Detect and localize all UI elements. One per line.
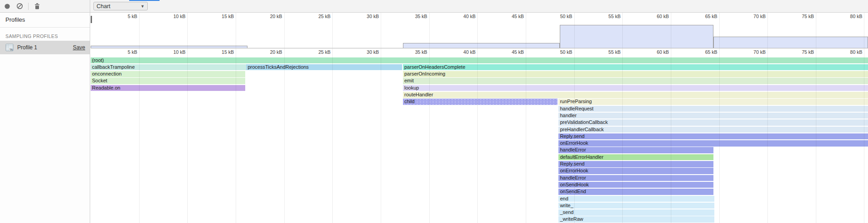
- ruler-tick-label: 15 kB: [202, 14, 234, 19]
- gridline: [332, 56, 333, 223]
- overview-range-handle[interactable]: [91, 16, 92, 23]
- flame-bar[interactable]: routeHandler: [403, 92, 868, 98]
- gridline: [236, 56, 236, 223]
- gridline: [671, 13, 671, 48]
- flame-bar[interactable]: processTicksAndRejections: [246, 64, 402, 71]
- flame-bar[interactable]: preValidationCallback: [558, 119, 868, 126]
- ruler-tick-label: 45 kB: [492, 48, 524, 56]
- flame-bar[interactable]: Socket: [91, 78, 245, 84]
- flame-bar[interactable]: Readable.on: [91, 85, 245, 91]
- gridline: [719, 56, 720, 223]
- view-mode-value: Chart: [97, 3, 141, 9]
- memory-overview-pane[interactable]: 5 kB10 kB15 kB20 kB25 kB30 kB35 kB40 kB4…: [91, 13, 868, 48]
- gridline: [429, 56, 430, 223]
- gridline: [332, 48, 333, 56]
- gridline: [284, 13, 285, 48]
- delete-profile-button[interactable]: [34, 3, 41, 10]
- ruler-tick-label: 75 kB: [782, 48, 814, 56]
- gridline: [381, 56, 381, 223]
- flame-bar[interactable]: _writeRaw: [558, 216, 714, 223]
- gridline: [767, 56, 768, 223]
- gridline: [284, 56, 285, 223]
- gridline: [526, 13, 526, 48]
- flame-bar[interactable]: defaultErrorHandler: [558, 154, 713, 161]
- active-tab-indicator: [129, 0, 160, 1]
- flame-bar[interactable]: end: [558, 196, 714, 202]
- toolbar-left-section: [0, 0, 90, 12]
- ruler-tick-label: 10 kB: [154, 14, 185, 19]
- flame-bar[interactable]: runPreParsing: [558, 99, 868, 105]
- ruler-tick-label: 50 kB: [541, 14, 572, 19]
- ruler-tick-label: 20 kB: [251, 48, 282, 56]
- record-icon: [4, 3, 10, 9]
- flame-bar[interactable]: handleError: [558, 147, 713, 153]
- gridline: [671, 48, 671, 56]
- gridline: [574, 13, 575, 48]
- gridline: [477, 13, 478, 48]
- record-button[interactable]: [4, 3, 11, 10]
- gridline: [332, 13, 333, 48]
- flame-bar[interactable]: onconnection: [91, 71, 245, 77]
- gridline: [139, 13, 140, 48]
- ruler-tick-label: 60 kB: [637, 48, 669, 56]
- gridline: [622, 13, 623, 48]
- toolbar: Chart ▼: [0, 0, 868, 13]
- flame-bar[interactable]: parserOnIncoming: [403, 71, 868, 77]
- flame-bar[interactable]: _send: [558, 209, 714, 216]
- ruler-tick-label: 65 kB: [686, 48, 718, 56]
- flame-bar[interactable]: write_: [558, 203, 714, 209]
- view-mode-dropdown[interactable]: Chart ▼: [93, 2, 148, 10]
- ruler-tick-label: 40 kB: [444, 14, 475, 19]
- flame-bar[interactable]: onErrorHook: [558, 140, 868, 147]
- ruler-tick-label: 70 kB: [734, 14, 766, 19]
- ruler-tick-label: 30 kB: [347, 48, 379, 56]
- ruler-tick-label: 25 kB: [299, 14, 330, 19]
- flame-bar[interactable]: (root): [91, 57, 868, 64]
- flame-chart: (root)callbackTrampolineprocessTicksAndR…: [91, 56, 868, 223]
- flame-bar[interactable]: lookup: [403, 85, 868, 91]
- chevron-down-icon: ▼: [141, 4, 145, 9]
- clear-profiles-button[interactable]: [16, 3, 23, 10]
- flame-bar[interactable]: child: [403, 99, 558, 105]
- gridline: [187, 56, 188, 223]
- ruler-tick-label: 75 kB: [782, 14, 814, 19]
- ruler-tick-label: 55 kB: [589, 48, 621, 56]
- gridline: [187, 48, 188, 56]
- gridline: [381, 48, 381, 56]
- gridline: [139, 48, 140, 56]
- flame-bar[interactable]: Reply.send: [558, 161, 713, 167]
- flame-bar[interactable]: onErrorHook: [558, 168, 713, 174]
- gridline: [719, 48, 720, 56]
- overview-usage-segment: [91, 46, 247, 48]
- gridline: [767, 48, 768, 56]
- gridline: [719, 13, 720, 48]
- overview-usage-segment: [403, 43, 560, 48]
- flame-chart-ruler: 5 kB10 kB15 kB20 kB25 kB30 kB35 kB40 kB4…: [91, 48, 868, 56]
- flame-bar[interactable]: parserOnHeadersComplete: [403, 64, 868, 71]
- toolbar-main-section: Chart ▼: [91, 0, 868, 12]
- flame-bar[interactable]: emit: [403, 78, 868, 84]
- flame-bar[interactable]: handleError: [558, 175, 713, 181]
- flame-bar[interactable]: callbackTrampoline: [91, 64, 246, 71]
- flame-bar[interactable]: preHandlerCallback: [558, 127, 868, 133]
- flame-bar[interactable]: handler: [558, 113, 868, 119]
- gridline: [526, 56, 526, 223]
- ruler-tick-label: 60 kB: [637, 14, 669, 19]
- overview-usage-segment: [560, 25, 713, 48]
- ruler-tick-label: 25 kB: [299, 48, 330, 56]
- ruler-tick-label: 40 kB: [444, 48, 475, 56]
- flame-bar[interactable]: Reply.send: [558, 133, 868, 140]
- flame-bar[interactable]: onSendEnd: [558, 189, 713, 195]
- ruler-tick-label: 5 kB: [106, 14, 137, 19]
- ruler-tick-label: 45 kB: [492, 14, 524, 19]
- ruler-tick-label: 15 kB: [202, 48, 234, 56]
- flame-bar[interactable]: onSendHook: [558, 182, 713, 188]
- save-profile-link[interactable]: Save: [73, 44, 85, 51]
- gridline: [864, 56, 864, 223]
- flame-bar[interactable]: handleRequest: [558, 106, 868, 112]
- gridline: [477, 56, 478, 223]
- sidebar-item-profile-1[interactable]: % Profile 1 Save: [0, 41, 90, 54]
- gridline: [236, 13, 236, 48]
- ruler-tick-label: 5 kB: [106, 48, 137, 56]
- sidebar-title: Profiles: [0, 13, 90, 28]
